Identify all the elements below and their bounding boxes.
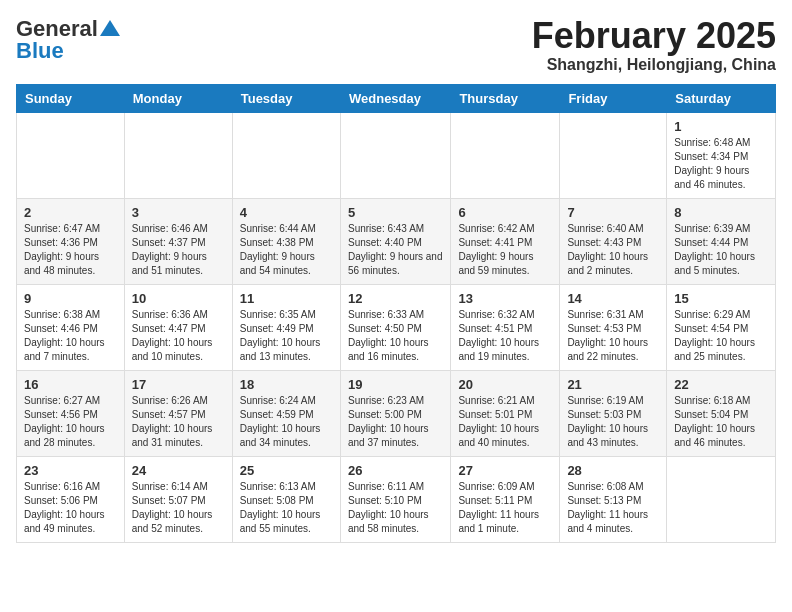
- day-number: 4: [240, 205, 333, 220]
- calendar-cell: 5Sunrise: 6:43 AM Sunset: 4:40 PM Daylig…: [340, 198, 450, 284]
- calendar-cell: 9Sunrise: 6:38 AM Sunset: 4:46 PM Daylig…: [17, 284, 125, 370]
- calendar-cell: [124, 112, 232, 198]
- calendar-header-monday: Monday: [124, 84, 232, 112]
- day-number: 5: [348, 205, 443, 220]
- day-number: 12: [348, 291, 443, 306]
- calendar-cell: 8Sunrise: 6:39 AM Sunset: 4:44 PM Daylig…: [667, 198, 776, 284]
- day-info: Sunrise: 6:08 AM Sunset: 5:13 PM Dayligh…: [567, 480, 659, 536]
- day-info: Sunrise: 6:14 AM Sunset: 5:07 PM Dayligh…: [132, 480, 225, 536]
- day-number: 27: [458, 463, 552, 478]
- calendar-cell: [560, 112, 667, 198]
- day-info: Sunrise: 6:21 AM Sunset: 5:01 PM Dayligh…: [458, 394, 552, 450]
- day-number: 26: [348, 463, 443, 478]
- calendar-cell: 18Sunrise: 6:24 AM Sunset: 4:59 PM Dayli…: [232, 370, 340, 456]
- calendar-cell: 27Sunrise: 6:09 AM Sunset: 5:11 PM Dayli…: [451, 456, 560, 542]
- day-number: 13: [458, 291, 552, 306]
- day-info: Sunrise: 6:13 AM Sunset: 5:08 PM Dayligh…: [240, 480, 333, 536]
- day-info: Sunrise: 6:11 AM Sunset: 5:10 PM Dayligh…: [348, 480, 443, 536]
- day-info: Sunrise: 6:33 AM Sunset: 4:50 PM Dayligh…: [348, 308, 443, 364]
- day-info: Sunrise: 6:43 AM Sunset: 4:40 PM Dayligh…: [348, 222, 443, 278]
- title-section: February 2025 Shangzhi, Heilongjiang, Ch…: [532, 16, 776, 74]
- calendar-cell: [451, 112, 560, 198]
- calendar-cell: 2Sunrise: 6:47 AM Sunset: 4:36 PM Daylig…: [17, 198, 125, 284]
- day-info: Sunrise: 6:32 AM Sunset: 4:51 PM Dayligh…: [458, 308, 552, 364]
- calendar-cell: 15Sunrise: 6:29 AM Sunset: 4:54 PM Dayli…: [667, 284, 776, 370]
- svg-marker-0: [100, 20, 120, 36]
- calendar-cell: [340, 112, 450, 198]
- page-header: General Blue February 2025 Shangzhi, Hei…: [16, 16, 776, 74]
- day-info: Sunrise: 6:42 AM Sunset: 4:41 PM Dayligh…: [458, 222, 552, 278]
- day-number: 19: [348, 377, 443, 392]
- calendar-week-3: 9Sunrise: 6:38 AM Sunset: 4:46 PM Daylig…: [17, 284, 776, 370]
- calendar-cell: 7Sunrise: 6:40 AM Sunset: 4:43 PM Daylig…: [560, 198, 667, 284]
- day-info: Sunrise: 6:44 AM Sunset: 4:38 PM Dayligh…: [240, 222, 333, 278]
- calendar-cell: 16Sunrise: 6:27 AM Sunset: 4:56 PM Dayli…: [17, 370, 125, 456]
- day-info: Sunrise: 6:18 AM Sunset: 5:04 PM Dayligh…: [674, 394, 768, 450]
- day-info: Sunrise: 6:38 AM Sunset: 4:46 PM Dayligh…: [24, 308, 117, 364]
- day-number: 7: [567, 205, 659, 220]
- day-number: 1: [674, 119, 768, 134]
- day-number: 22: [674, 377, 768, 392]
- day-info: Sunrise: 6:26 AM Sunset: 4:57 PM Dayligh…: [132, 394, 225, 450]
- calendar-header-friday: Friday: [560, 84, 667, 112]
- calendar-week-4: 16Sunrise: 6:27 AM Sunset: 4:56 PM Dayli…: [17, 370, 776, 456]
- calendar-cell: 23Sunrise: 6:16 AM Sunset: 5:06 PM Dayli…: [17, 456, 125, 542]
- calendar-header-sunday: Sunday: [17, 84, 125, 112]
- calendar-week-5: 23Sunrise: 6:16 AM Sunset: 5:06 PM Dayli…: [17, 456, 776, 542]
- day-number: 3: [132, 205, 225, 220]
- calendar-cell: [232, 112, 340, 198]
- day-number: 25: [240, 463, 333, 478]
- day-info: Sunrise: 6:19 AM Sunset: 5:03 PM Dayligh…: [567, 394, 659, 450]
- day-info: Sunrise: 6:46 AM Sunset: 4:37 PM Dayligh…: [132, 222, 225, 278]
- day-number: 6: [458, 205, 552, 220]
- day-number: 11: [240, 291, 333, 306]
- day-number: 23: [24, 463, 117, 478]
- calendar-cell: 11Sunrise: 6:35 AM Sunset: 4:49 PM Dayli…: [232, 284, 340, 370]
- calendar-cell: 6Sunrise: 6:42 AM Sunset: 4:41 PM Daylig…: [451, 198, 560, 284]
- location-title: Shangzhi, Heilongjiang, China: [532, 56, 776, 74]
- day-info: Sunrise: 6:31 AM Sunset: 4:53 PM Dayligh…: [567, 308, 659, 364]
- calendar-cell: 12Sunrise: 6:33 AM Sunset: 4:50 PM Dayli…: [340, 284, 450, 370]
- day-number: 2: [24, 205, 117, 220]
- calendar-header-saturday: Saturday: [667, 84, 776, 112]
- month-title: February 2025: [532, 16, 776, 56]
- calendar-cell: 20Sunrise: 6:21 AM Sunset: 5:01 PM Dayli…: [451, 370, 560, 456]
- calendar-cell: 25Sunrise: 6:13 AM Sunset: 5:08 PM Dayli…: [232, 456, 340, 542]
- calendar-table: SundayMondayTuesdayWednesdayThursdayFrid…: [16, 84, 776, 543]
- calendar-cell: 24Sunrise: 6:14 AM Sunset: 5:07 PM Dayli…: [124, 456, 232, 542]
- day-number: 8: [674, 205, 768, 220]
- calendar-cell: 4Sunrise: 6:44 AM Sunset: 4:38 PM Daylig…: [232, 198, 340, 284]
- calendar-header-tuesday: Tuesday: [232, 84, 340, 112]
- day-number: 15: [674, 291, 768, 306]
- day-number: 14: [567, 291, 659, 306]
- day-info: Sunrise: 6:16 AM Sunset: 5:06 PM Dayligh…: [24, 480, 117, 536]
- day-number: 24: [132, 463, 225, 478]
- day-number: 10: [132, 291, 225, 306]
- day-info: Sunrise: 6:24 AM Sunset: 4:59 PM Dayligh…: [240, 394, 333, 450]
- day-info: Sunrise: 6:40 AM Sunset: 4:43 PM Dayligh…: [567, 222, 659, 278]
- logo-triangle-icon: [100, 18, 120, 38]
- day-number: 21: [567, 377, 659, 392]
- day-number: 9: [24, 291, 117, 306]
- day-info: Sunrise: 6:29 AM Sunset: 4:54 PM Dayligh…: [674, 308, 768, 364]
- day-info: Sunrise: 6:39 AM Sunset: 4:44 PM Dayligh…: [674, 222, 768, 278]
- day-number: 28: [567, 463, 659, 478]
- calendar-cell: 14Sunrise: 6:31 AM Sunset: 4:53 PM Dayli…: [560, 284, 667, 370]
- calendar-cell: [667, 456, 776, 542]
- calendar-cell: 3Sunrise: 6:46 AM Sunset: 4:37 PM Daylig…: [124, 198, 232, 284]
- day-info: Sunrise: 6:48 AM Sunset: 4:34 PM Dayligh…: [674, 136, 768, 192]
- day-number: 20: [458, 377, 552, 392]
- calendar-cell: 13Sunrise: 6:32 AM Sunset: 4:51 PM Dayli…: [451, 284, 560, 370]
- calendar-cell: 1Sunrise: 6:48 AM Sunset: 4:34 PM Daylig…: [667, 112, 776, 198]
- day-info: Sunrise: 6:27 AM Sunset: 4:56 PM Dayligh…: [24, 394, 117, 450]
- calendar-week-1: 1Sunrise: 6:48 AM Sunset: 4:34 PM Daylig…: [17, 112, 776, 198]
- calendar-cell: 28Sunrise: 6:08 AM Sunset: 5:13 PM Dayli…: [560, 456, 667, 542]
- logo-blue: Blue: [16, 38, 64, 64]
- calendar-header-wednesday: Wednesday: [340, 84, 450, 112]
- day-info: Sunrise: 6:09 AM Sunset: 5:11 PM Dayligh…: [458, 480, 552, 536]
- day-info: Sunrise: 6:35 AM Sunset: 4:49 PM Dayligh…: [240, 308, 333, 364]
- calendar-cell: 17Sunrise: 6:26 AM Sunset: 4:57 PM Dayli…: [124, 370, 232, 456]
- day-number: 18: [240, 377, 333, 392]
- calendar-cell: 10Sunrise: 6:36 AM Sunset: 4:47 PM Dayli…: [124, 284, 232, 370]
- day-info: Sunrise: 6:36 AM Sunset: 4:47 PM Dayligh…: [132, 308, 225, 364]
